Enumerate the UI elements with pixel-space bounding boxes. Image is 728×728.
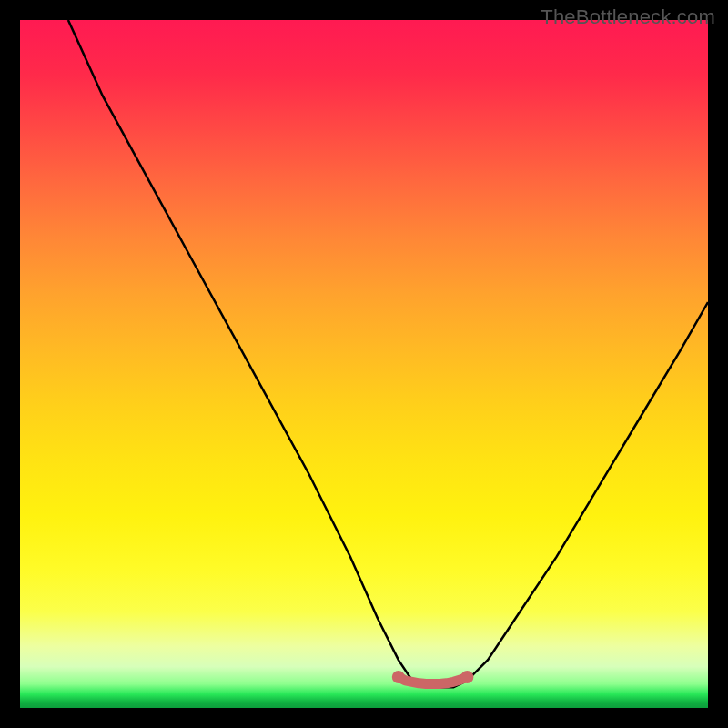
- bottleneck-curve: [68, 20, 708, 687]
- flat-zone-marker: [399, 677, 468, 684]
- chart-frame: [20, 20, 708, 708]
- watermark-text: TheBottleneck.com: [541, 5, 715, 29]
- svg-point-1: [460, 671, 473, 683]
- chart-svg: [20, 20, 708, 708]
- svg-point-0: [392, 671, 405, 683]
